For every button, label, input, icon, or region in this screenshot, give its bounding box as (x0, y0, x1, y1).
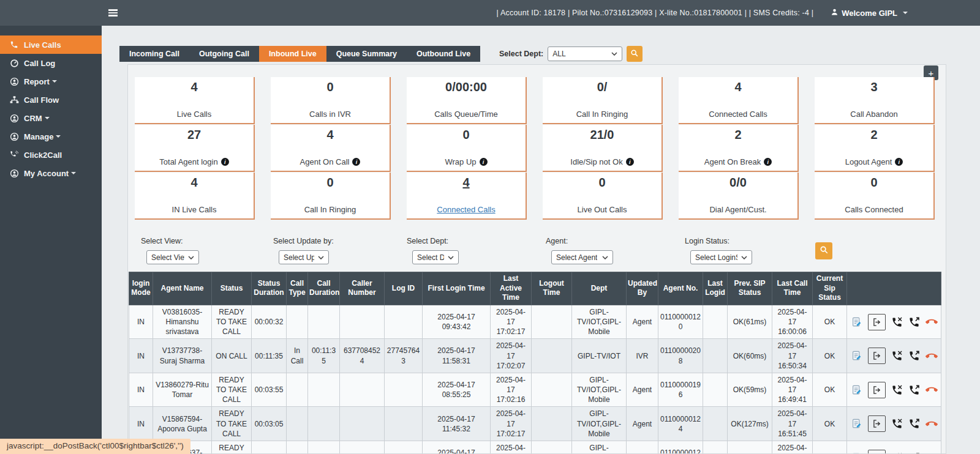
filter-dropdown-select-update-by[interactable]: Select Upda (279, 250, 329, 264)
dept-search-button[interactable] (627, 46, 643, 62)
remark-icon[interactable] (851, 350, 862, 362)
cell-updated-by: Agent (627, 305, 658, 339)
sidebar-item-crm[interactable]: CRM (0, 109, 102, 127)
tab-inbound-live[interactable]: Inbound Live (259, 46, 326, 62)
filter-label: Select Update by: (273, 237, 334, 245)
select-dept-dropdown[interactable]: ALL (548, 47, 622, 61)
cell-last-call-time: 2025-04-17 16:00:06 (772, 305, 813, 339)
column-header-call-type: Call Type (287, 272, 308, 305)
chevron-down-icon (188, 256, 194, 259)
cell-actions (847, 305, 941, 339)
cell-agent-no: 01100000124 (658, 407, 703, 441)
stat-value: 0 (326, 176, 333, 190)
sidebar-item-live-calls[interactable]: Live Calls (0, 35, 102, 54)
call-barge-icon[interactable] (908, 350, 920, 362)
call-pickup-icon[interactable] (891, 418, 903, 430)
agent-logout-icon[interactable] (868, 415, 886, 432)
cell-caller-number (340, 373, 385, 407)
live-dashboard-panel: + 4Live Calls0Calls in IVR0/00:00Calls Q… (127, 64, 946, 454)
sidebar-item-call-log[interactable]: Call Log (0, 54, 102, 72)
phone-icon (9, 40, 20, 49)
hangup-call-icon[interactable] (925, 350, 938, 362)
cell-updated-by: IVR (627, 339, 658, 373)
cell-actions (847, 373, 941, 407)
cell-last-active-time: 2025-04-17 17:02:07 (491, 339, 532, 373)
sidebar-item-click2call[interactable]: Click2Call (0, 146, 102, 164)
agent-logout-icon[interactable] (868, 382, 886, 398)
cell-logout-time (532, 373, 572, 407)
sidebar-item-call-flow[interactable]: Call Flow (0, 91, 102, 109)
stat-label: Dial Agent/Cust. (709, 205, 766, 214)
sidebar-item-my-account[interactable]: My Account (0, 164, 102, 182)
hangup-call-icon[interactable] (925, 418, 938, 430)
remark-icon[interactable] (851, 316, 862, 328)
filter-agent: Agent:Select Agent (546, 237, 613, 264)
filter-dropdown-login-status[interactable]: Select LoginSta (690, 250, 752, 264)
call-pickup-icon[interactable] (891, 316, 903, 328)
cell-last-logid (703, 407, 728, 441)
cell-first-login-time: 2025-04-17 08:55:25 (423, 373, 491, 407)
agent-logout-icon[interactable] (868, 314, 886, 330)
call-barge-icon[interactable] (908, 316, 920, 328)
stat-card-calls-queue-time: 0/00:00Calls Queue/Time (407, 77, 527, 124)
tab-incoming-call[interactable]: Incoming Call (119, 46, 189, 62)
sidebar-item-report[interactable]: Report (0, 72, 102, 91)
call-pickup-icon[interactable] (891, 384, 903, 396)
cell-status: READY TO TAKE CALL (212, 373, 252, 407)
filter-dropdown-select-view[interactable]: Select View (146, 250, 199, 264)
table-header-row: login ModeAgent NameStatusStatus Duratio… (129, 272, 941, 305)
cell-log-id (385, 441, 423, 454)
cell-caller-number (340, 441, 385, 454)
agent-logout-icon[interactable] (868, 450, 886, 454)
call-barge-icon[interactable] (908, 384, 920, 396)
sidebar-item-manage[interactable]: Manage (0, 127, 102, 146)
info-icon[interactable]: i (352, 158, 360, 166)
column-header-dept: Dept (572, 272, 627, 305)
stats-grid: 4Live Calls0Calls in IVR0/00:00Calls Que… (135, 77, 935, 220)
stat-label[interactable]: Connected Calls (437, 205, 495, 214)
info-icon[interactable]: i (480, 158, 488, 166)
column-header-login-mode: login Mode (129, 272, 153, 305)
cell-current-sip-status: OK (813, 441, 847, 454)
search-icon (820, 245, 829, 256)
remark-icon[interactable] (851, 418, 862, 430)
hamburger-menu-icon[interactable] (108, 8, 118, 18)
cell-call-duration (308, 407, 340, 441)
search-icon (630, 49, 639, 59)
sidebar-item-label: Live Calls (24, 40, 61, 50)
cell-prev-sip-status: OK(59ms) (728, 373, 772, 407)
tab-queue-summary[interactable]: Queue Summary (326, 46, 407, 62)
filter-search-button[interactable] (815, 242, 832, 259)
filter-select-update-by: Select Update by:Select Upda (273, 237, 334, 264)
stat-label: Agent On Breaki (704, 157, 772, 166)
welcome-user-menu[interactable]: Welcome GIPL (831, 8, 908, 18)
cell-status-duration: 00:03:55 (252, 373, 287, 407)
info-icon[interactable]: i (764, 158, 772, 166)
stat-card-in-live-calls: 4IN Live Calls (135, 173, 255, 220)
filter-dropdown-select-dept[interactable]: Select Dept (412, 250, 459, 264)
hangup-call-icon[interactable] (925, 452, 938, 454)
remark-icon[interactable] (851, 384, 862, 396)
cell-dept: GIPL-TV/IOT,GIPL-Mobile (572, 441, 627, 454)
cell-updated-by: Agent (627, 373, 658, 407)
hangup-call-icon[interactable] (925, 384, 938, 396)
cell-login-mode: IN (129, 373, 153, 407)
sidebar-item-label: CRM (24, 114, 42, 123)
hangup-call-icon[interactable] (925, 316, 938, 328)
stat-value: 4 (190, 176, 197, 190)
stat-card-connected-calls[interactable]: 4Connected Calls (407, 173, 527, 220)
agent-logout-icon[interactable] (868, 348, 886, 364)
column-header-last-active-time: Last Active Time (491, 272, 532, 305)
call-pickup-icon[interactable] (891, 350, 903, 362)
cell-first-login-time: 2025-04-17 11:58:31 (423, 339, 491, 373)
filter-dropdown-agent[interactable]: Select Agent (551, 250, 613, 264)
cell-agent-no: 01100000126 (658, 441, 703, 454)
info-icon[interactable]: i (626, 158, 634, 166)
tab-outgoing-call[interactable]: Outgoing Call (189, 46, 259, 62)
filter-label: Login Status: (685, 237, 752, 245)
info-icon[interactable]: i (895, 158, 903, 166)
tab-outbound-live[interactable]: Outbound Live (407, 46, 480, 62)
info-icon[interactable]: i (221, 158, 229, 166)
cell-current-sip-status: OK (813, 373, 847, 407)
call-barge-icon[interactable] (908, 418, 920, 430)
